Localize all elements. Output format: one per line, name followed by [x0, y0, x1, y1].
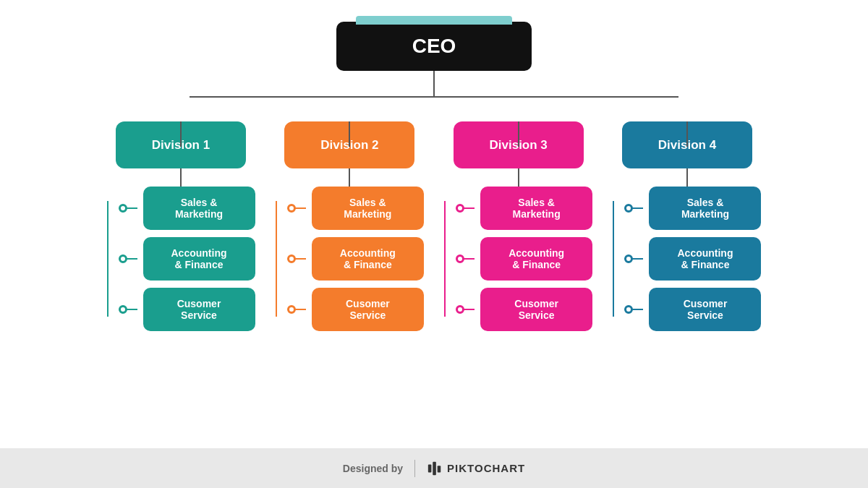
dot-1-3 — [119, 305, 127, 314]
division-line-down-4 — [686, 168, 688, 187]
sub-item-box-4-2: Accounting & Finance — [649, 237, 761, 281]
division-col-4: Division 4Sales & MarketingAccounting & … — [615, 121, 760, 331]
sub-item-box-3-3: Cusomer Service — [480, 288, 592, 331]
sub-container-3: Sales & MarketingAccounting & FinanceCus… — [444, 187, 592, 331]
svg-rect-0 — [428, 464, 432, 472]
division-box-4: Division 4 — [622, 121, 752, 168]
footer-designed-by: Designed by — [343, 463, 403, 474]
division-col-2: Division 2Sales & MarketingAccounting & … — [277, 121, 422, 331]
sub-row-3-3: Cusomer Service — [460, 288, 592, 331]
division-col-3: Division 3Sales & MarketingAccounting & … — [446, 121, 591, 331]
sub-row-2-2: Accounting & Finance — [292, 237, 424, 281]
divisions-wrapper: Division 1Sales & MarketingAccounting & … — [0, 96, 868, 331]
piktochart-icon — [427, 461, 443, 476]
ceo-label: CEO — [412, 35, 456, 57]
dot-4-1 — [624, 204, 633, 213]
dot-3-1 — [456, 204, 464, 213]
vert-bar-1 — [107, 201, 109, 317]
dot-3-2 — [456, 254, 464, 263]
dot-3-3 — [456, 305, 464, 314]
footer-divider — [414, 460, 415, 477]
sub-row-3-2: Accounting & Finance — [460, 237, 592, 281]
divisions-row: Division 1Sales & MarketingAccounting & … — [109, 96, 760, 331]
piktochart-brand: PIKTOCHART — [447, 462, 525, 474]
dot-2-1 — [287, 204, 296, 213]
footer: Designed by PIKTOCHART — [0, 448, 868, 488]
ceo-connector-line — [433, 71, 435, 96]
sub-container-2: Sales & MarketingAccounting & FinanceCus… — [276, 187, 424, 331]
sub-row-1-3: Cusomer Service — [123, 288, 255, 331]
dot-1-2 — [119, 254, 127, 263]
division-box-1: Division 1 — [116, 121, 246, 168]
sub-item-box-1-3: Cusomer Service — [143, 288, 255, 331]
sub-item-box-2-2: Accounting & Finance — [312, 237, 424, 281]
vert-bar-3 — [444, 201, 446, 317]
main-area: CEO Division 1Sales & MarketingAccountin… — [0, 0, 868, 448]
svg-rect-1 — [433, 461, 436, 474]
dot-2-3 — [287, 305, 296, 314]
dot-4-3 — [624, 305, 633, 314]
sub-row-4-2: Accounting & Finance — [629, 237, 761, 281]
division-line-down-2 — [349, 168, 350, 187]
divisions-connector: Division 1Sales & MarketingAccounting & … — [109, 96, 760, 331]
division-box-3: Division 3 — [454, 121, 584, 168]
division-line-down-3 — [518, 168, 519, 187]
svg-rect-2 — [438, 466, 441, 472]
sub-container-4: Sales & MarketingAccounting & FinanceCus… — [613, 187, 761, 331]
dot-1-1 — [119, 204, 127, 213]
division-line-down-1 — [180, 168, 182, 187]
sub-row-4-3: Cusomer Service — [629, 288, 761, 331]
ceo-wrapper: CEO — [336, 22, 532, 96]
sub-row-2-1: Sales & Marketing — [292, 187, 424, 230]
dot-2-2 — [287, 254, 296, 263]
footer-logo: PIKTOCHART — [427, 461, 525, 476]
sub-container-1: Sales & MarketingAccounting & FinanceCus… — [107, 187, 255, 331]
sub-row-1-2: Accounting & Finance — [123, 237, 255, 281]
dot-4-2 — [624, 254, 633, 263]
sub-row-3-1: Sales & Marketing — [460, 187, 592, 230]
vert-bar-2 — [276, 201, 277, 317]
division-col-1: Division 1Sales & MarketingAccounting & … — [109, 121, 253, 331]
ceo-box: CEO — [336, 22, 532, 71]
sub-item-box-4-1: Sales & Marketing — [649, 187, 761, 230]
vert-bar-4 — [613, 201, 614, 317]
sub-item-box-3-1: Sales & Marketing — [480, 187, 592, 230]
sub-item-box-1-2: Accounting & Finance — [143, 237, 255, 281]
sub-item-box-2-3: Cusomer Service — [312, 288, 424, 331]
sub-row-1-1: Sales & Marketing — [123, 187, 255, 230]
sub-item-box-1-1: Sales & Marketing — [143, 187, 255, 230]
sub-item-box-2-1: Sales & Marketing — [312, 187, 424, 230]
sub-item-box-4-3: Cusomer Service — [649, 288, 761, 331]
sub-item-box-3-2: Accounting & Finance — [480, 237, 592, 281]
division-box-2: Division 2 — [284, 121, 414, 168]
sub-row-4-1: Sales & Marketing — [629, 187, 761, 230]
sub-row-2-3: Cusomer Service — [292, 288, 424, 331]
